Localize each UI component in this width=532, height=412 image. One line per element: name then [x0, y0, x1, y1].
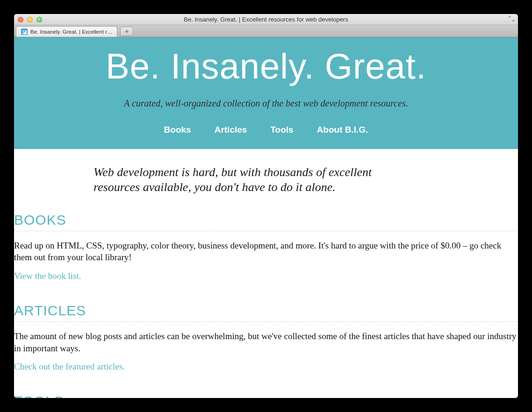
tools-heading: TOOLS — [14, 391, 518, 398]
tabbar: ◪ Be. Insanely. Great. | Excellent r… + — [14, 25, 518, 37]
hero: Be. Insanely. Great. A curated, well-org… — [14, 37, 518, 149]
site-title: Be. Insanely. Great. — [23, 48, 509, 85]
nav-about[interactable]: About B.I.G. — [317, 125, 368, 135]
page-content[interactable]: Be. Insanely. Great. A curated, well-org… — [14, 37, 518, 398]
articles-link[interactable]: Check out the featured articles. — [14, 362, 125, 372]
articles-heading: ARTICLES — [14, 300, 518, 322]
main-nav: Books Articles Tools About B.I.G. — [23, 125, 509, 135]
nav-books[interactable]: Books — [164, 125, 191, 135]
books-heading: BOOKS — [14, 209, 518, 231]
zoom-window-button[interactable] — [36, 17, 42, 22]
nav-articles[interactable]: Articles — [215, 125, 247, 135]
browser-tab-active[interactable]: ◪ Be. Insanely. Great. | Excellent r… — [16, 26, 117, 37]
section-books: BOOKS Read up on HTML, CSS, typography, … — [14, 209, 518, 300]
minimize-window-button[interactable] — [27, 17, 33, 22]
favicon-icon: ◪ — [21, 28, 28, 35]
articles-body: The amount of new blog posts and article… — [14, 330, 518, 354]
nav-tools[interactable]: Tools — [270, 125, 293, 135]
intro-text: Web development is hard, but with thousa… — [14, 149, 444, 209]
books-body: Read up on HTML, CSS, typography, color … — [14, 240, 518, 263]
books-link[interactable]: View the book list. — [14, 271, 81, 281]
window-title: Be. Insanely. Great. | Excellent resourc… — [14, 16, 518, 23]
site-subtitle: A curated, well-organized collection of … — [23, 98, 509, 109]
section-tools: TOOLS There are thousands of excellent (… — [14, 391, 518, 398]
fullscreen-icon[interactable] — [509, 16, 514, 23]
close-window-button[interactable] — [18, 17, 23, 22]
tab-label: Be. Insanely. Great. | Excellent r… — [30, 29, 112, 35]
browser-window: Be. Insanely. Great. | Excellent resourc… — [14, 14, 518, 398]
plus-icon: + — [125, 28, 129, 35]
new-tab-button[interactable]: + — [120, 27, 133, 36]
main-body: Web development is hard, but with thousa… — [14, 149, 518, 398]
section-articles: ARTICLES The amount of new blog posts an… — [14, 300, 518, 391]
titlebar: Be. Insanely. Great. | Excellent resourc… — [14, 14, 518, 25]
traffic-lights — [18, 17, 42, 22]
